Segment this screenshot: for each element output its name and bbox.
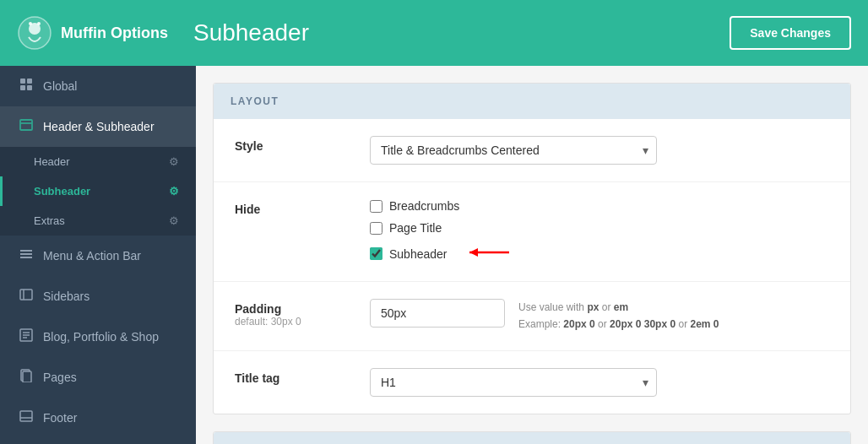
padding-hint-line1: Use value with px or em [518, 299, 719, 316]
svg-point-2 [29, 22, 32, 25]
red-arrow-annotation [463, 243, 513, 264]
logo-icon [17, 15, 52, 51]
layout-section-header: LAYOUT [214, 84, 850, 119]
hide-control: Breadcrumbs Page Title Subheader [370, 199, 829, 264]
svg-rect-10 [20, 250, 32, 252]
sidebar-item-pages-label: Pages [43, 371, 77, 384]
header-icon [19, 118, 33, 135]
sidebar-item-header-subheader-label: Header & Subheader [43, 120, 155, 133]
grid-icon [19, 78, 33, 95]
title-tag-label: Title tag [235, 368, 370, 385]
title-tag-control: H1 H2 H3 H4 H5 H6 ▾ [370, 368, 829, 397]
padding-row: Padding default: 30px 0 Use value with p… [214, 282, 850, 351]
top-header: Muffin Options Subheader Save Changes [0, 0, 868, 66]
sidebar-item-global-label: Global [43, 79, 77, 93]
svg-point-3 [37, 22, 41, 25]
logo-area: Muffin Options [17, 15, 168, 51]
checkbox-breadcrumbs-input[interactable] [370, 200, 382, 213]
sidebar-sub-menu: Header ⚙ Subheader ⚙ Extras ⚙ [0, 147, 196, 236]
svg-rect-6 [20, 85, 25, 90]
padding-input-field[interactable] [370, 299, 505, 328]
page-heading: Subheader [168, 19, 730, 46]
sidebars-icon [19, 288, 33, 305]
checkbox-subheader-label: Subheader [389, 247, 448, 261]
blog-icon [19, 328, 33, 345]
svg-rect-5 [27, 79, 32, 84]
checkbox-subheader[interactable]: Subheader [370, 243, 829, 264]
sidebar-item-menu-action-bar[interactable]: Menu & Action Bar [0, 236, 196, 276]
main-layout: Global Header & Subheader Header ⚙ Subhe… [0, 66, 868, 444]
sidebar-item-blog-label: Blog, Portfolio & Shop [43, 330, 159, 344]
svg-rect-7 [27, 85, 32, 90]
menu-icon [19, 247, 33, 264]
svg-rect-13 [20, 290, 32, 300]
sidebar-item-header-subheader[interactable]: Header & Subheader [0, 106, 196, 147]
extras-gear-icon[interactable]: ⚙ [169, 214, 179, 227]
padding-hint-line2: Example: 20px 0 or 20px 0 30px 0 or 2em … [518, 316, 719, 333]
layout-section-body: Style Title & Breadcrumbs Centered Title… [214, 119, 850, 414]
style-select-wrap: Title & Breadcrumbs Centered Title Left … [370, 136, 657, 165]
logo-title: Muffin Options [61, 24, 168, 42]
content-area: LAYOUT Style Title & Breadcrumbs Centere… [196, 66, 868, 444]
sidebar-item-global[interactable]: Global [0, 66, 196, 106]
sidebar-item-blog-portfolio-shop[interactable]: Blog, Portfolio & Shop [0, 317, 196, 357]
style-select[interactable]: Title & Breadcrumbs Centered Title Left … [370, 136, 657, 165]
checkbox-page-title-input[interactable] [370, 222, 382, 235]
save-changes-button[interactable]: Save Changes [730, 16, 851, 50]
padding-label: Padding [235, 302, 370, 316]
sidebar-sub-item-header-label: Header [34, 155, 70, 168]
padding-hint: Use value with px or em Example: 20px 0 … [518, 299, 719, 333]
pages-icon [19, 369, 33, 386]
padding-control: Use value with px or em Example: 20px 0 … [370, 299, 829, 333]
svg-marker-26 [469, 248, 478, 257]
svg-rect-8 [20, 120, 32, 130]
svg-rect-11 [20, 253, 32, 255]
title-tag-select[interactable]: H1 H2 H3 H4 H5 H6 [370, 368, 657, 397]
checkbox-page-title[interactable]: Page Title [370, 221, 829, 235]
sidebar: Global Header & Subheader Header ⚙ Subhe… [0, 66, 196, 444]
style-control: Title & Breadcrumbs Centered Title Left … [370, 136, 829, 165]
sidebar-sub-item-subheader[interactable]: Subheader ⚙ [0, 176, 196, 206]
padding-label-group: Padding default: 30px 0 [235, 299, 370, 328]
footer-icon [19, 409, 33, 426]
sidebar-item-pages[interactable]: Pages [0, 357, 196, 398]
hide-row: Hide Breadcrumbs Page Title [214, 182, 850, 282]
layout-section: LAYOUT Style Title & Breadcrumbs Centere… [213, 83, 851, 414]
title-tag-row: Title tag H1 H2 H3 H4 H5 H6 ▾ [214, 351, 850, 414]
checkbox-page-title-label: Page Title [389, 221, 442, 235]
hide-label: Hide [235, 199, 370, 216]
sidebar-sub-item-subheader-label: Subheader [34, 185, 90, 198]
hide-checkbox-group: Breadcrumbs Page Title Subheader [370, 199, 829, 264]
checkbox-subheader-input[interactable] [370, 247, 382, 260]
header-gear-icon[interactable]: ⚙ [169, 155, 179, 168]
title-tag-select-wrap: H1 H2 H3 H4 H5 H6 ▾ [370, 368, 657, 397]
checkbox-breadcrumbs[interactable]: Breadcrumbs [370, 199, 829, 213]
sidebar-sub-item-header[interactable]: Header ⚙ [0, 147, 196, 176]
subheader-gear-icon[interactable]: ⚙ [169, 185, 179, 198]
sidebar-item-sidebars-label: Sidebars [43, 290, 90, 303]
sidebar-item-sidebars[interactable]: Sidebars [0, 276, 196, 317]
background-section-header: BACKGROUND [214, 432, 850, 444]
sidebar-item-responsive[interactable]: Responsive [0, 438, 196, 444]
padding-input-group: Use value with px or em Example: 20px 0 … [370, 299, 829, 333]
sidebar-item-menu-action-bar-label: Menu & Action Bar [43, 249, 141, 263]
svg-rect-4 [20, 79, 25, 84]
sidebar-item-footer[interactable]: Footer [0, 398, 196, 438]
sidebar-sub-item-extras-label: Extras [34, 214, 65, 227]
background-section: BACKGROUND [213, 431, 851, 444]
svg-rect-21 [20, 411, 32, 421]
sidebar-sub-item-extras[interactable]: Extras ⚙ [0, 206, 196, 236]
style-label: Style [235, 136, 370, 153]
style-row: Style Title & Breadcrumbs Centered Title… [214, 119, 850, 182]
svg-rect-20 [23, 371, 31, 382]
padding-default: default: 30px 0 [235, 316, 370, 328]
sidebar-item-footer-label: Footer [43, 411, 77, 425]
svg-rect-12 [20, 257, 32, 258]
checkbox-breadcrumbs-label: Breadcrumbs [389, 199, 459, 213]
